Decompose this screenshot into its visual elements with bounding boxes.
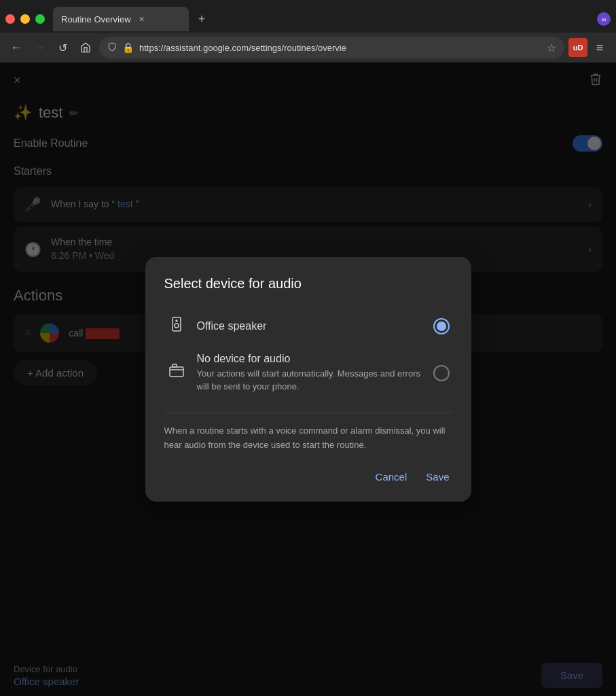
device-option-none-name: No device for audio	[197, 353, 422, 365]
device-option-speaker-name: Office speaker	[197, 320, 422, 332]
new-tab-button[interactable]: +	[192, 9, 212, 29]
extension-button[interactable]: uD	[568, 38, 587, 57]
forward-button[interactable]: →	[30, 38, 49, 57]
close-window-button[interactable]	[5, 14, 15, 24]
page-content: × ✨ test ✏ Enable Routine ✓ Starters 🎤 W…	[0, 63, 616, 696]
dialog-title: Select device for audio	[164, 276, 452, 292]
device-option-none[interactable]: No device for audio Your actions will st…	[164, 345, 452, 402]
window-controls	[5, 14, 45, 24]
lock-icon: 🔒	[122, 42, 134, 53]
menu-button[interactable]: ≡	[590, 38, 609, 57]
radio-speaker[interactable]	[433, 318, 450, 334]
svg-point-2	[176, 320, 177, 321]
speaker-icon	[167, 316, 186, 336]
device-option-none-desc: Your actions will start automatically. M…	[197, 367, 422, 394]
url-text: https://assistant.google.com/settings/ro…	[139, 43, 541, 53]
active-tab[interactable]: Routine Overview ×	[53, 7, 189, 31]
reload-button[interactable]: ↺	[53, 38, 72, 57]
device-option-speaker-content: Office speaker	[197, 320, 422, 332]
address-bar[interactable]: 🔒 https://assistant.google.com/settings/…	[99, 37, 564, 58]
dialog-divider	[164, 413, 452, 413]
home-button[interactable]	[76, 38, 95, 57]
browser-avatar[interactable]: ∞	[597, 12, 611, 26]
modal-overlay: Select device for audio Office speaker	[0, 63, 616, 696]
shield-icon	[107, 42, 117, 54]
no-device-icon	[167, 363, 186, 383]
nav-bar: ← → ↺ 🔒 https://assistant.google.com/set…	[0, 33, 616, 63]
device-option-speaker[interactable]: Office speaker	[164, 308, 452, 345]
select-device-dialog: Select device for audio Office speaker	[145, 257, 471, 502]
radio-speaker-inner	[437, 321, 446, 331]
back-button[interactable]: ←	[7, 38, 26, 57]
nav-actions: uD ≡	[568, 38, 609, 57]
maximize-window-button[interactable]	[35, 14, 45, 24]
dialog-cancel-button[interactable]: Cancel	[373, 466, 410, 488]
dialog-footnote: When a routine starts with a voice comma…	[164, 424, 452, 453]
dialog-save-button[interactable]: Save	[423, 466, 452, 488]
svg-rect-3	[170, 367, 183, 377]
svg-rect-0	[173, 317, 181, 331]
tab-close-button[interactable]: ×	[137, 14, 147, 24]
tab-bar: Routine Overview × + ∞	[0, 0, 616, 33]
svg-point-1	[175, 324, 179, 328]
dialog-actions: Cancel Save	[164, 466, 452, 488]
bookmark-icon[interactable]: ☆	[547, 41, 556, 54]
tab-title: Routine Overview	[61, 14, 131, 24]
device-option-none-content: No device for audio Your actions will st…	[197, 353, 422, 394]
radio-none[interactable]	[433, 365, 450, 381]
minimize-window-button[interactable]	[20, 14, 30, 24]
svg-rect-5	[173, 364, 177, 367]
